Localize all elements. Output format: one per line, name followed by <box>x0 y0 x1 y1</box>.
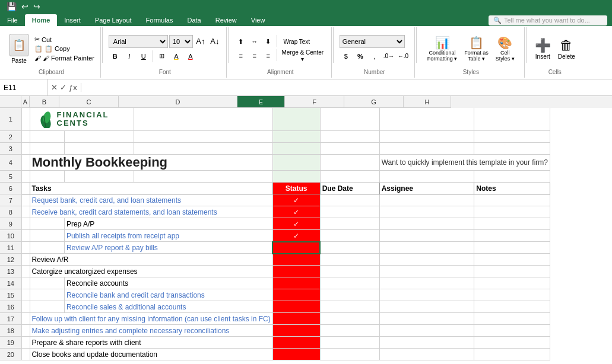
tab-view[interactable]: View <box>244 14 272 26</box>
cell-a16[interactable] <box>21 301 30 313</box>
cell-g9[interactable] <box>379 218 474 230</box>
cell-a9[interactable] <box>21 218 30 230</box>
cell-e11[interactable] <box>272 242 320 254</box>
cell-g2[interactable] <box>379 131 474 143</box>
cell-a8[interactable] <box>21 206 30 218</box>
format-as-table-btn[interactable]: 📋 Format asTable ▾ <box>462 34 491 63</box>
row-header-19[interactable]: 19 <box>0 337 21 349</box>
cell-d5[interactable] <box>134 171 272 183</box>
cell-h8[interactable] <box>474 206 550 218</box>
tab-file[interactable]: File <box>0 14 25 26</box>
cell-g18[interactable] <box>379 325 474 337</box>
cell-g5[interactable] <box>379 171 474 183</box>
cell-e13[interactable] <box>272 266 320 277</box>
cell-a4[interactable] <box>21 155 30 171</box>
cell-e3[interactable] <box>272 143 320 155</box>
cell-d3[interactable] <box>134 143 272 155</box>
align-right-btn[interactable]: ≡ <box>262 49 275 62</box>
cell-a13[interactable] <box>21 266 30 277</box>
cell-c10[interactable]: Publish all receipts from receipt app <box>64 230 272 242</box>
cell-c2[interactable] <box>64 131 134 143</box>
col-header-c[interactable]: C <box>59 96 119 108</box>
cell-b12[interactable]: Review A/R <box>30 254 272 266</box>
redo-quick-btn[interactable]: ↪ <box>31 1 42 12</box>
row-header-2[interactable]: 2 <box>0 131 21 143</box>
undo-quick-btn[interactable]: ↩ <box>20 1 30 12</box>
cell-e1[interactable] <box>272 108 320 131</box>
underline-button[interactable]: U <box>137 50 150 63</box>
align-bottom-btn[interactable]: ⬇ <box>262 35 275 48</box>
cell-b11[interactable] <box>30 242 64 254</box>
cell-d2[interactable] <box>134 131 272 143</box>
font-increase-btn[interactable]: A↑ <box>194 35 207 48</box>
row-header-4[interactable]: 4 <box>0 155 21 171</box>
formula-input[interactable] <box>81 82 612 93</box>
cell-a10[interactable] <box>21 230 30 242</box>
cell-f19[interactable] <box>320 337 379 349</box>
increase-decimal-btn[interactable]: .0→ <box>382 50 395 63</box>
tab-formulas[interactable]: Formulas <box>139 14 180 26</box>
cell-b1[interactable]: Financial Cents <box>30 108 134 131</box>
copy-button[interactable]: 📋 📋 Copy <box>33 44 96 53</box>
cell-c16[interactable]: Reconcile sales & additional accounts <box>64 301 272 313</box>
cell-h1[interactable] <box>474 108 550 131</box>
cell-b14[interactable] <box>30 277 64 289</box>
cell-a5[interactable] <box>21 171 30 183</box>
col-header-e[interactable]: E <box>237 96 285 108</box>
cell-e9[interactable]: ✓ <box>272 218 320 230</box>
bold-button[interactable]: B <box>109 50 122 63</box>
cell-b6[interactable]: Tasks <box>30 183 272 194</box>
cell-e15[interactable] <box>272 289 320 301</box>
cell-c15[interactable]: Reconcile bank and credit card transacti… <box>64 289 272 301</box>
cell-a11[interactable] <box>21 242 30 254</box>
cell-h12[interactable] <box>474 254 550 266</box>
insert-function-icon[interactable]: ƒx <box>69 83 77 92</box>
cell-b8[interactable]: Receive bank, credit card statements, an… <box>30 206 272 218</box>
cell-h17[interactable] <box>474 313 550 325</box>
cell-e14[interactable] <box>272 277 320 289</box>
cell-e20[interactable] <box>272 349 320 360</box>
save-quick-btn[interactable]: 💾 <box>5 1 18 12</box>
cell-f3[interactable] <box>320 143 379 155</box>
cell-e18[interactable] <box>272 325 320 337</box>
wrap-text-btn[interactable]: Wrap Text <box>279 35 315 48</box>
cell-a15[interactable] <box>21 289 30 301</box>
cell-b5[interactable] <box>30 171 64 183</box>
cancel-formula-icon[interactable]: ✕ <box>51 83 58 92</box>
cell-h14[interactable] <box>474 277 550 289</box>
row-header-15[interactable]: 15 <box>0 289 21 301</box>
row-header-17[interactable]: 17 <box>0 313 21 325</box>
cell-f6[interactable]: Due Date <box>320 183 379 194</box>
italic-button[interactable]: I <box>123 50 136 63</box>
cell-c3[interactable] <box>64 143 134 155</box>
tab-home[interactable]: Home <box>25 14 58 26</box>
cell-h15[interactable] <box>474 289 550 301</box>
fill-color-button[interactable]: A <box>170 50 183 63</box>
cell-h9[interactable] <box>474 218 550 230</box>
confirm-formula-icon[interactable]: ✓ <box>60 83 66 92</box>
col-header-a[interactable]: A <box>21 96 30 108</box>
cell-f11[interactable] <box>320 242 379 254</box>
cell-b19[interactable]: Prepare & share reports with client <box>30 337 272 349</box>
cell-f4[interactable] <box>320 155 379 171</box>
row-header-12[interactable]: 12 <box>0 254 21 266</box>
cell-styles-btn[interactable]: 🎨 CellStyles ▾ <box>493 34 517 63</box>
decrease-decimal-btn[interactable]: ←.0 <box>397 50 410 63</box>
row-header-6[interactable]: 6 <box>0 183 21 194</box>
cell-g6[interactable]: Assignee <box>379 183 474 194</box>
cell-g3[interactable] <box>379 143 474 155</box>
row-header-20[interactable]: 20 <box>0 349 21 360</box>
col-header-g[interactable]: G <box>344 96 404 108</box>
row-header-3[interactable]: 3 <box>0 143 21 155</box>
cell-e16[interactable] <box>272 301 320 313</box>
cell-b9[interactable] <box>30 218 64 230</box>
cell-g19[interactable] <box>379 337 474 349</box>
merge-center-btn[interactable]: Merge & Center ▾ <box>279 49 326 62</box>
cell-a2[interactable] <box>21 131 30 143</box>
cell-f7[interactable] <box>320 194 379 206</box>
cell-c5[interactable] <box>64 171 134 183</box>
cell-b17[interactable]: Follow up with client for any missing in… <box>30 313 272 325</box>
cell-e7[interactable]: ✓ <box>272 194 320 206</box>
insert-cells-btn[interactable]: ➕ Insert <box>532 37 553 61</box>
cell-f10[interactable] <box>320 230 379 242</box>
